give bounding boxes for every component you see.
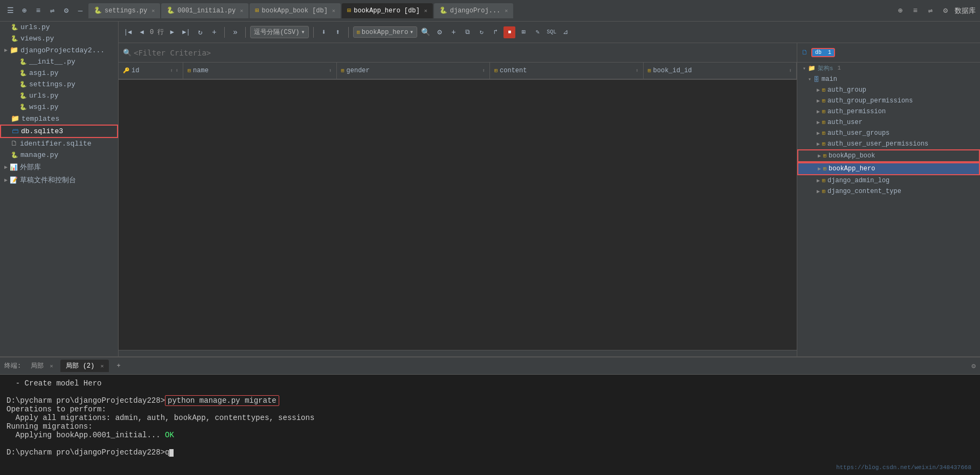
hscroll-bar[interactable] [119,350,797,356]
sidebar-item-urls-py-2[interactable]: 🐍 urls.py [0,90,118,101]
db-tree-auth-group[interactable]: ▶ ⊞ auth_group [797,85,980,95]
settings2-icon[interactable]: ⚙ [940,5,951,17]
terminal-settings-icon[interactable]: ⚙ [971,362,976,370]
db-tree-auth-user-groups[interactable]: ▶ ⊞ auth_user_groups [797,128,980,139]
watermark: https://blog.csdn.net/weixin/348437668 [836,464,971,471]
last-row-btn[interactable]: ▶| [180,26,192,38]
filter-bar: 🔍 [119,43,797,63]
sidebar-item-views-py[interactable]: 🐍 views.py [0,33,118,44]
db-tree-django-content-type[interactable]: ▶ ⊞ django_content_type [797,186,980,197]
sort-icon[interactable]: ⬆ [170,67,173,74]
db-tree-django-admin-log[interactable]: ▶ ⊞ django_admin_log [797,175,980,186]
grid-btn[interactable]: ⊞ [517,26,529,38]
db-tree-section-schemas[interactable]: ▾ 📁 架构s 1 [797,63,980,74]
col-icon: ⊞ [494,67,498,74]
tab-close-icon[interactable]: ✕ [424,8,427,14]
menu-icon[interactable]: ☰ [4,5,16,17]
filter-btn[interactable]: ⊿ [560,26,571,38]
zoom-btn[interactable]: 🔍 [419,26,431,38]
sync-icon[interactable]: ⊕ [18,5,30,17]
prev-row-btn[interactable]: ◀ [136,26,148,38]
table-icon: ⊞ [357,29,360,36]
sidebar-item-manage-py[interactable]: 🐍 manage.py [0,149,118,161]
sort2-icon[interactable]: ⬇ [175,67,178,74]
next-row-btn[interactable]: ▶ [166,26,178,38]
dash-icon[interactable]: — [74,5,86,17]
terminal-tab-local2[interactable]: 局部 (2) ✕ [60,360,109,372]
sidebar-item-identifier-sqlite[interactable]: 🗋 identifier.sqlite [0,138,118,149]
terminal-tab-add[interactable]: + [111,361,126,371]
add-db-btn[interactable]: + [447,26,459,38]
title-bar: ☰ ⊕ ≡ ⇌ ⚙ — 🐍 settings.py ✕ 🐍 0001_initi… [0,0,980,22]
csv-dropdown-btn[interactable]: 逗号分隔(CSV) ▾ [250,26,308,38]
tab-close-icon[interactable]: ✕ [332,8,335,14]
sort-icon[interactable]: ⬆ [328,67,332,74]
db-icon: ⊞ [255,6,259,15]
sidebar-item-templates[interactable]: 📁 templates [0,113,118,125]
terminal-tab-close-icon[interactable]: ✕ [100,363,103,369]
tab-close-icon[interactable]: ✕ [240,8,243,14]
arrow-btn[interactable]: ↱ [489,26,501,38]
tab-close-icon[interactable]: ✕ [505,8,508,14]
schema-count: 1 [838,65,841,71]
sidebar-item-drafts[interactable]: ▶ 📝 草稿文件和控制台 [0,174,118,187]
terminal-command-highlight: python manage.py migrate [165,395,279,406]
dots-btn[interactable]: » [229,26,241,38]
db-tree-auth-user-perms[interactable]: ▶ ⊞ auth_user_user_permissions [797,139,980,149]
terminal-tab-local1[interactable]: 局部 ✕ [25,360,58,372]
copy-btn[interactable]: ⧉ [461,26,473,38]
sidebar-item-external-libs[interactable]: ▶ 📊 外部库 [0,161,118,174]
table-selector-btn[interactable]: ⊞ bookApp_hero ▾ [353,26,418,38]
table-icon: ⊞ [823,153,826,159]
edit-btn[interactable]: ✎ [532,26,543,38]
tab-settings-py[interactable]: 🐍 settings.py ✕ [88,3,160,18]
sidebar-item-wsgi-py[interactable]: 🐍 wsgi.py [0,101,118,113]
refresh-btn[interactable]: ↻ [194,26,206,38]
tab-close-icon[interactable]: ✕ [151,8,155,14]
tab-0001-initial[interactable]: 🐍 0001_initial.py ✕ [161,3,249,18]
first-row-btn[interactable]: |◀ [122,26,134,38]
db-tree-bookapp-book[interactable]: ▶ ⊞ bookApp_book [797,149,980,162]
add-row-btn[interactable]: + [208,26,220,38]
sidebar-item-init-py[interactable]: 🐍 __init__.py [0,56,118,67]
sync2-btn[interactable]: ↻ [475,26,487,38]
expand-arrow-icon: ▾ [803,65,806,72]
table-icon: ⊞ [822,130,825,136]
layout-icon[interactable]: ≡ [32,5,44,17]
db-panel: |◀ ◀ 0 行 ▶ ▶| ↻ + » 逗号分隔(CSV) ▾ ⬇ ⬆ ⊞ bo… [119,22,980,356]
filter-input[interactable] [134,49,792,57]
sql-btn[interactable]: SQL [546,26,557,38]
tab-group: 🐍 settings.py ✕ 🐍 0001_initial.py ✕ ⊞ bo… [88,3,892,18]
db-tree-auth-perm[interactable]: ▶ ⊞ auth_permission [797,106,980,117]
db-tree-bookapp-hero[interactable]: ▶ ⊞ bookApp_hero [797,162,980,175]
expand-arrow-icon: ▶ [817,177,820,184]
py-icon: 🐍 [439,6,447,15]
globe-icon[interactable]: ⊕ [894,5,906,17]
dropdown-arrow-icon: ▾ [301,28,305,36]
sort-icon[interactable]: ⬆ [482,67,485,74]
sidebar-item-django-folder[interactable]: ▶ 📁 djangoProjectday2... [0,44,118,56]
db-tree-auth-user[interactable]: ▶ ⊞ auth_user [797,117,980,128]
import-btn[interactable]: ⬇ [318,26,330,38]
tab-bookapp-hero-db[interactable]: ⊞ bookApp_hero [db] ✕ [342,3,433,18]
sidebar-item-asgi-py[interactable]: 🐍 asgi.py [0,67,118,79]
tab-bookapp-book-db[interactable]: ⊞ bookApp_book [db] ✕ [250,3,341,18]
settings-icon[interactable]: ⚙ [60,5,72,17]
sort-icon[interactable]: ⬆ [789,67,792,74]
tab-djangoproj[interactable]: 🐍 djangoProj... ✕ [434,3,514,18]
split-icon[interactable]: ⇌ [46,5,58,17]
sidebar-item-urls-py[interactable]: 🐍 urls.py [0,22,118,33]
draft-icon: 📝 [10,176,18,184]
sidebar-item-db-sqlite3[interactable]: 🗃 db.sqlite3 [0,125,118,138]
terminal-tab-close-icon[interactable]: ✕ [50,363,53,369]
split2-icon[interactable]: ⇌ [924,5,936,17]
th-gender: ⊞ gender ⬆ [337,63,491,79]
layout2-icon[interactable]: ≡ [909,5,921,17]
sort-icon[interactable]: ⬆ [635,67,638,74]
db-tree-main[interactable]: ▾ 🗄 main [797,74,980,85]
sidebar-item-settings-py[interactable]: 🐍 settings.py [0,79,118,90]
settings-db-btn[interactable]: ⚙ [433,26,445,38]
stop-btn[interactable]: ■ [503,26,515,38]
db-tree-auth-group-perm[interactable]: ▶ ⊞ auth_group_permissions [797,95,980,106]
export-btn[interactable]: ⬆ [332,26,344,38]
